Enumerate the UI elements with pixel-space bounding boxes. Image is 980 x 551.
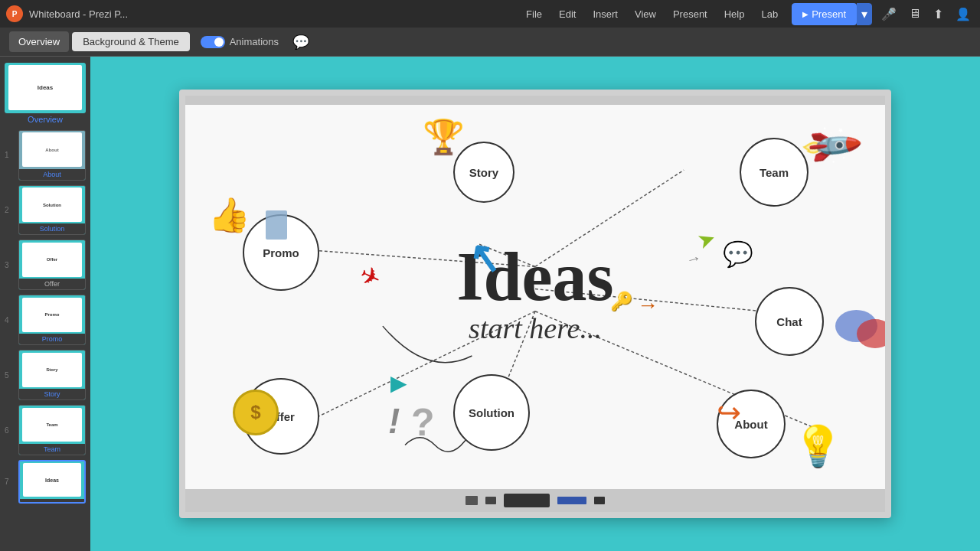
slide-row-7: 7 Ideas bbox=[5, 460, 86, 504]
slide-row-4: 4 Promo Promo bbox=[5, 295, 86, 345]
slide-thumbnail-2[interactable]: Solution Solution bbox=[18, 185, 86, 236]
menu-bar: File Edit Insert View Present Help Lab bbox=[518, 5, 786, 23]
slide-row-1: 1 About About bbox=[5, 130, 86, 181]
s1-mini-wb: About bbox=[22, 132, 81, 167]
voice-icon[interactable]: 🎤 bbox=[878, 4, 900, 24]
marker-blue bbox=[557, 497, 586, 504]
overview-label: Overview bbox=[5, 113, 86, 126]
slide-number-2: 2 bbox=[5, 206, 9, 214]
speech-star-icon: 💬 bbox=[723, 240, 753, 269]
marker-dark bbox=[485, 497, 496, 504]
slide-number-4: 4 bbox=[5, 316, 9, 324]
eraser bbox=[504, 494, 550, 507]
present-button[interactable]: ▶ Present bbox=[792, 3, 857, 25]
orange-curl-arrow-icon: ↩ bbox=[717, 396, 741, 429]
slide-thumbnail-4[interactable]: Promo Promo bbox=[18, 295, 86, 345]
slide-row-3: 3 Offer Offer bbox=[5, 240, 86, 290]
slide-row-6: 6 Team Team bbox=[5, 405, 86, 455]
whiteboard-bottom-tray bbox=[185, 489, 885, 512]
menu-insert[interactable]: Insert bbox=[585, 5, 626, 23]
ideas-subtitle: start here... bbox=[456, 311, 613, 345]
canvas-area: Ideas start here... Story 🏆 Team 🚀 Promo… bbox=[90, 57, 980, 551]
s5-mini-wb: Story bbox=[22, 353, 81, 387]
sidebar-overview[interactable]: Ideas Overview bbox=[5, 63, 86, 126]
teal-triangle-icon: ▶ bbox=[390, 370, 407, 396]
thumbsup-icon: 👍 bbox=[208, 195, 250, 235]
slide-caption-6: Team bbox=[19, 444, 85, 455]
key-icon: 🔑 bbox=[610, 291, 633, 312]
s2-mini-wb: Solution bbox=[22, 187, 81, 222]
overview-thumb-content: Ideas bbox=[5, 63, 86, 113]
s7-mini-wb: Ideas bbox=[23, 463, 81, 497]
s6-mini-wb: Team bbox=[22, 408, 81, 442]
menu-file[interactable]: File bbox=[518, 5, 550, 23]
top-right-actions: ▶ Present ▾ 🎤 🖥 ⬆ 👤 bbox=[792, 3, 974, 25]
main-layout: Ideas Overview 1 About About 2 Solution bbox=[0, 57, 980, 551]
whiteboard[interactable]: Ideas start here... Story 🏆 Team 🚀 Promo… bbox=[179, 90, 891, 518]
slide-caption-7 bbox=[20, 499, 84, 502]
slide-number-7: 7 bbox=[5, 478, 9, 486]
question-icon: ? bbox=[411, 400, 435, 445]
slide-thumbnail-6[interactable]: Team Team bbox=[18, 405, 86, 455]
tab-animations[interactable]: Animations bbox=[193, 31, 286, 53]
lightbulb-icon: 💡 bbox=[793, 423, 843, 470]
tab-overview[interactable]: Overview bbox=[9, 31, 69, 52]
menu-help[interactable]: Help bbox=[717, 5, 753, 23]
slide-row-5: 5 Story Story bbox=[5, 350, 86, 400]
slide-caption-1: About bbox=[19, 169, 85, 180]
slide-caption-4: Promo bbox=[19, 334, 85, 344]
slide-thumbnail-1[interactable]: About About bbox=[18, 130, 86, 181]
app-title: Whiteboard - Prezi P... bbox=[29, 8, 512, 20]
solution-node[interactable]: Solution bbox=[453, 374, 530, 451]
slide-caption-5: Story bbox=[19, 389, 85, 399]
exclamation-icon: ! bbox=[388, 400, 400, 442]
slide-row-2: 2 Solution Solution bbox=[5, 185, 86, 236]
slide-caption-3: Offer bbox=[19, 279, 85, 289]
slide-thumbnail-3[interactable]: Offer Offer bbox=[18, 240, 86, 290]
menu-present[interactable]: Present bbox=[665, 5, 715, 23]
slide-number-1: 1 bbox=[5, 151, 9, 159]
orange-arrow-icon: → bbox=[637, 293, 658, 318]
phone-icon bbox=[266, 210, 287, 240]
overview-mini-whiteboard: Ideas bbox=[8, 65, 81, 110]
overview-thumbnail: Ideas bbox=[5, 63, 86, 113]
user-icon[interactable]: 👤 bbox=[952, 4, 974, 24]
tab-background-theme[interactable]: Background & Theme bbox=[72, 32, 190, 51]
toolbar: Overview Background & Theme Animations 💬 bbox=[0, 28, 980, 57]
share-icon[interactable]: ⬆ bbox=[930, 4, 946, 24]
marker-black bbox=[466, 496, 478, 505]
menu-lab[interactable]: Lab bbox=[753, 5, 786, 23]
coin-icon: $ bbox=[233, 390, 279, 435]
animations-toggle[interactable] bbox=[201, 36, 225, 48]
top-bar: P Whiteboard - Prezi P... File Edit Inse… bbox=[0, 0, 980, 28]
paper-plane-icon: ✈ bbox=[354, 259, 386, 295]
present-dropdown[interactable]: ▾ bbox=[857, 3, 872, 25]
app-logo: P bbox=[6, 5, 23, 22]
chat-node[interactable]: Chat bbox=[755, 287, 824, 356]
whiteboard-frame-top bbox=[185, 96, 885, 105]
screen-icon[interactable]: 🖥 bbox=[906, 4, 924, 24]
chat-toolbar-icon[interactable]: 💬 bbox=[292, 34, 309, 51]
s4-mini-wb: Promo bbox=[22, 298, 81, 332]
menu-view[interactable]: View bbox=[627, 5, 664, 23]
slide-number-6: 6 bbox=[5, 426, 9, 435]
s3-mini-wb: Offer bbox=[22, 243, 81, 277]
slide-thumbnail-5[interactable]: Story Story bbox=[18, 350, 86, 400]
trophy-icon: 🏆 bbox=[423, 117, 465, 157]
small-arrow-icon: → bbox=[684, 249, 703, 269]
slide-caption-2: Solution bbox=[19, 223, 85, 234]
marker-small bbox=[594, 497, 605, 504]
slide-thumbnail-7[interactable]: Ideas bbox=[18, 460, 86, 504]
menu-edit[interactable]: Edit bbox=[551, 5, 583, 23]
slide-number-3: 3 bbox=[5, 261, 9, 269]
slide-number-5: 5 bbox=[5, 371, 9, 380]
sidebar: Ideas Overview 1 About About 2 Solution bbox=[0, 57, 90, 551]
